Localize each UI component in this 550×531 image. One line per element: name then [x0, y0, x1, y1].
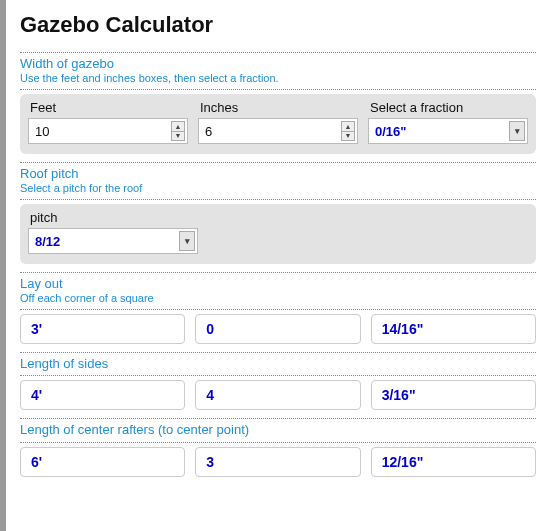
width-feet-field: Feet 10 ▲ ▼ — [28, 100, 188, 144]
section-rafters-header: Length of center rafters (to center poin… — [20, 418, 536, 442]
width-feet-input[interactable]: 10 ▲ ▼ — [28, 118, 188, 144]
width-inches-field: Inches 6 ▲ ▼ — [198, 100, 358, 144]
rafters-fraction-output: 12/16" — [371, 447, 536, 477]
section-width-title: Width of gazebo — [20, 56, 536, 72]
section-sides: Length of sides 4' 4 3/16" — [20, 352, 536, 410]
page-title: Gazebo Calculator — [20, 12, 536, 38]
sides-feet-output: 4' — [20, 380, 185, 410]
rafters-feet-output: 6' — [20, 447, 185, 477]
layout-feet-output: 3' — [20, 314, 185, 344]
width-inches-input[interactable]: 6 ▲ ▼ — [198, 118, 358, 144]
section-rafters-title: Length of center rafters (to center poin… — [20, 422, 536, 438]
width-fraction-value: 0/16" — [375, 124, 406, 139]
rafters-inches-output: 3 — [195, 447, 360, 477]
width-inches-spinner[interactable]: ▲ ▼ — [341, 121, 355, 141]
width-feet-label: Feet — [30, 100, 188, 115]
chevron-down-icon[interactable]: ▾ — [179, 231, 195, 251]
section-width: Width of gazebo Use the feet and inches … — [20, 52, 536, 154]
chevron-down-icon[interactable]: ▼ — [172, 132, 184, 141]
width-input-group: Feet 10 ▲ ▼ Inches 6 ▲ ▼ — [20, 94, 536, 154]
width-fraction-label: Select a fraction — [370, 100, 528, 115]
width-feet-spinner[interactable]: ▲ ▼ — [171, 121, 185, 141]
chevron-up-icon[interactable]: ▲ — [172, 122, 184, 132]
chevron-down-icon[interactable]: ▼ — [342, 132, 354, 141]
sides-fraction-output: 3/16" — [371, 380, 536, 410]
width-inches-label: Inches — [200, 100, 358, 115]
app-shell: Gazebo Calculator Width of gazebo Use th… — [0, 0, 550, 531]
section-layout-subtitle: Off each corner of a square — [20, 292, 536, 306]
width-fraction-select[interactable]: 0/16" ▾ — [368, 118, 528, 144]
section-layout-title: Lay out — [20, 276, 536, 292]
width-fraction-field: Select a fraction 0/16" ▾ — [368, 100, 528, 144]
section-layout-header: Lay out Off each corner of a square — [20, 272, 536, 310]
layout-output-row: 3' 0 14/16" — [20, 314, 536, 344]
width-feet-value: 10 — [35, 124, 165, 139]
section-pitch-title: Roof pitch — [20, 166, 536, 182]
section-rafters: Length of center rafters (to center poin… — [20, 418, 536, 476]
pitch-label: pitch — [30, 210, 198, 225]
sides-inches-output: 4 — [195, 380, 360, 410]
layout-fraction-output: 14/16" — [371, 314, 536, 344]
section-sides-header: Length of sides — [20, 352, 536, 376]
pitch-field: pitch 8/12 ▾ — [28, 210, 198, 254]
section-layout: Lay out Off each corner of a square 3' 0… — [20, 272, 536, 344]
chevron-down-icon[interactable]: ▾ — [509, 121, 525, 141]
pitch-select[interactable]: 8/12 ▾ — [28, 228, 198, 254]
layout-inches-output: 0 — [195, 314, 360, 344]
section-pitch-subtitle: Select a pitch for the roof — [20, 182, 536, 196]
section-sides-title: Length of sides — [20, 356, 536, 372]
pitch-value: 8/12 — [35, 234, 60, 249]
sides-output-row: 4' 4 3/16" — [20, 380, 536, 410]
section-pitch: Roof pitch Select a pitch for the roof p… — [20, 162, 536, 264]
chevron-up-icon[interactable]: ▲ — [342, 122, 354, 132]
width-inches-value: 6 — [205, 124, 335, 139]
section-width-header: Width of gazebo Use the feet and inches … — [20, 52, 536, 90]
rafters-output-row: 6' 3 12/16" — [20, 447, 536, 477]
pitch-input-group: pitch 8/12 ▾ — [20, 204, 536, 264]
section-width-subtitle: Use the feet and inches boxes, then sele… — [20, 72, 536, 86]
section-pitch-header: Roof pitch Select a pitch for the roof — [20, 162, 536, 200]
